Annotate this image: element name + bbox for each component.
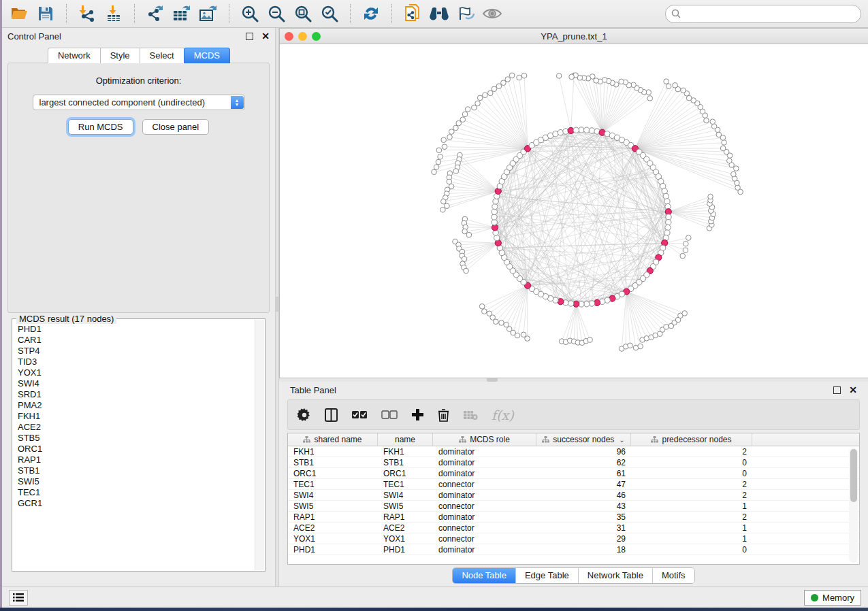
graph-node[interactable] (666, 214, 671, 220)
graph-leaf-node[interactable] (456, 120, 462, 126)
graph-leaf-node[interactable] (479, 304, 485, 310)
graph-node[interactable] (664, 230, 670, 235)
graph-leaf-node[interactable] (488, 90, 494, 96)
graph-leaf-node[interactable] (499, 320, 504, 326)
graph-leaf-node[interactable] (722, 140, 727, 146)
graph-leaf-node[interactable] (496, 84, 502, 89)
graph-leaf-node[interactable] (509, 73, 515, 78)
float-panel-icon[interactable] (833, 386, 841, 394)
graph-leaf-node[interactable] (681, 88, 686, 93)
graph-leaf-node[interactable] (453, 169, 459, 174)
table-row[interactable]: SWI5SWI5connector431 (288, 501, 859, 512)
binoculars-icon[interactable] (429, 3, 449, 24)
graph-leaf-node[interactable] (447, 179, 452, 184)
splitter-grip[interactable] (276, 297, 278, 312)
graph-leaf-node[interactable] (680, 253, 686, 259)
column-header-predecessor-nodes[interactable]: predecessor nodes (631, 433, 752, 446)
scrollbar-thumb[interactable] (850, 449, 857, 502)
tab-style[interactable]: Style (100, 48, 140, 63)
graph-node[interactable] (579, 127, 584, 133)
result-node-item[interactable]: CAR1 (18, 335, 255, 346)
function-builder-icon[interactable]: f(x) (492, 408, 514, 423)
delete-table-icon[interactable] (463, 410, 478, 420)
graph-leaf-node[interactable] (569, 74, 575, 80)
column-header-shared-name[interactable]: shared name (288, 433, 378, 446)
deselect-all-icon[interactable] (381, 410, 398, 420)
graph-leaf-node[interactable] (492, 86, 497, 92)
result-node-item[interactable]: STB5 (18, 433, 255, 444)
network-canvas[interactable] (280, 44, 868, 378)
table-row[interactable]: ACE2ACE2connector311 (288, 523, 859, 533)
graph-leaf-node[interactable] (462, 257, 467, 262)
graph-node[interactable] (665, 225, 671, 230)
run-mcds-button[interactable]: Run MCDS (68, 119, 133, 135)
graph-leaf-node[interactable] (460, 117, 466, 122)
graph-node[interactable] (568, 301, 573, 306)
graph-node[interactable] (663, 193, 669, 199)
table-row[interactable]: RAP1RAP1dominator352 (288, 512, 859, 523)
graph-node[interactable] (664, 199, 670, 204)
graph-leaf-node[interactable] (731, 171, 737, 177)
result-node-item[interactable]: PHD1 (18, 324, 255, 335)
task-history-button[interactable] (9, 590, 28, 606)
search-input[interactable] (665, 5, 861, 23)
graph-leaf-node[interactable] (525, 336, 530, 342)
graph-node[interactable] (492, 203, 498, 209)
open-icon[interactable] (9, 3, 29, 24)
graph-leaf-node[interactable] (517, 75, 522, 80)
column-header-successor-nodes[interactable]: successor nodes⌄ (536, 433, 631, 446)
graph-leaf-node[interactable] (465, 107, 470, 112)
result-node-item[interactable]: ACE2 (18, 422, 255, 433)
graph-leaf-node[interactable] (673, 83, 678, 88)
graph-leaf-node[interactable] (683, 248, 688, 253)
graph-node[interactable] (589, 128, 594, 133)
export-image-icon[interactable] (198, 3, 219, 24)
graph-leaf-node[interactable] (734, 166, 739, 171)
graph-leaf-node[interactable] (447, 135, 453, 140)
refresh-icon[interactable] (361, 3, 381, 24)
graph-node[interactable] (584, 301, 590, 307)
tab-motifs[interactable]: Motifs (653, 568, 694, 583)
float-panel-icon[interactable] (246, 33, 253, 40)
network-graph[interactable] (280, 44, 868, 378)
graph-leaf-node[interactable] (464, 268, 469, 274)
graph-leaf-node[interactable] (493, 319, 498, 325)
memory-button[interactable]: Memory (804, 590, 861, 606)
close-panel-icon[interactable]: ✕ (261, 31, 270, 41)
column-header-name[interactable]: name (378, 433, 433, 446)
graph-leaf-node[interactable] (438, 154, 443, 160)
result-scrollbar[interactable] (255, 320, 264, 570)
save-icon[interactable] (35, 3, 56, 24)
graph-node[interactable] (558, 130, 563, 135)
graph-leaf-node[interactable] (483, 93, 488, 98)
graph-node[interactable] (589, 301, 594, 306)
result-node-item[interactable]: TEC1 (18, 487, 255, 498)
table-row[interactable]: YOX1YOX1connector291 (288, 533, 859, 544)
graph-leaf-node[interactable] (436, 148, 442, 153)
graph-leaf-node[interactable] (727, 159, 733, 164)
graph-leaf-node[interactable] (462, 229, 468, 234)
table-row[interactable]: ORC1ORC1dominator610 (288, 468, 859, 479)
graph-leaf-node[interactable] (664, 325, 669, 330)
graph-leaf-node[interactable] (708, 194, 713, 199)
graph-leaf-node[interactable] (716, 132, 722, 137)
eye-icon[interactable] (482, 3, 502, 24)
graph-node[interactable] (493, 199, 498, 204)
column-header-MCDS-role[interactable]: MCDS role (433, 433, 536, 446)
export-network-icon[interactable] (145, 3, 165, 24)
graph-leaf-node[interactable] (505, 77, 511, 82)
tab-edge-table[interactable]: Edge Table (516, 568, 579, 583)
result-node-item[interactable]: PMA2 (18, 400, 255, 411)
table-row[interactable]: SWI4SWI4dominator462 (288, 490, 859, 501)
graph-node[interactable] (492, 209, 497, 214)
graph-leaf-node[interactable] (440, 208, 446, 213)
select-all-icon[interactable] (351, 410, 368, 420)
export-table-icon[interactable] (172, 3, 192, 24)
graph-leaf-node[interactable] (445, 203, 450, 209)
graph-leaf-node[interactable] (441, 199, 447, 204)
result-node-item[interactable]: SWI4 (18, 378, 255, 389)
graph-leaf-node[interactable] (682, 311, 688, 316)
gear-icon[interactable] (298, 408, 311, 422)
graph-leaf-node[interactable] (704, 118, 709, 123)
tab-node-table[interactable]: Node Table (453, 568, 516, 583)
